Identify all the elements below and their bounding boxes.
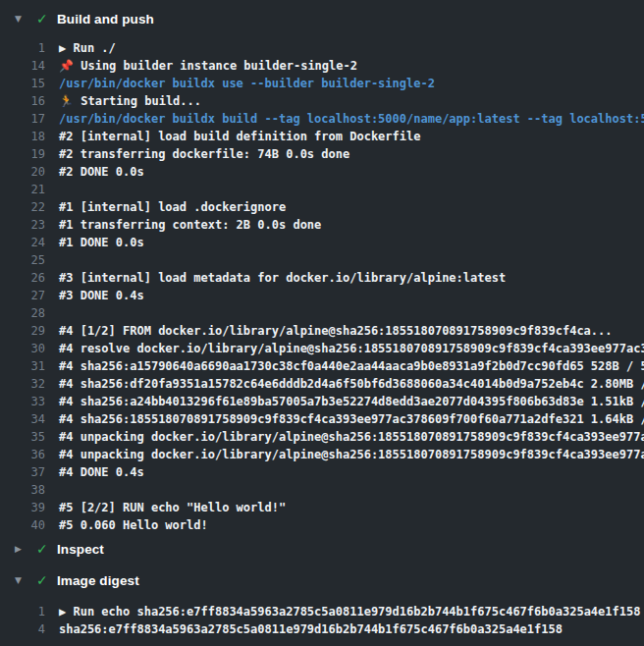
log-text: #4 DONE 0.4s [59, 463, 144, 481]
log-line: 1▶ Run echo sha256:e7ff8834a5963a2785c5a… [0, 603, 644, 620]
log-line: 34#4 sha256:185518070891758909c9f839cf4c… [0, 410, 644, 428]
line-number[interactable]: 19 [0, 145, 45, 163]
log-lines-image-digest: 1▶ Run echo sha256:e7ff8834a5963a2785c5a… [0, 603, 644, 638]
line-number[interactable]: 26 [0, 269, 45, 287]
pushpin-icon: 📌 [59, 59, 80, 73]
log-text: #4 sha256:df20fa9351a15782c64e6dddb2d4a6… [59, 375, 644, 393]
line-number[interactable]: 1 [0, 603, 45, 620]
log-text: #4 unpacking docker.io/library/alpine@sh… [59, 428, 644, 446]
section-build-and-push: ▼ ✓ Build and push 1▶ Run ./14📌 Using bu… [0, 6, 644, 534]
line-number[interactable]: 14 [0, 57, 45, 75]
log-line: 24#1 DONE 0.0s [0, 234, 644, 251]
log-line: 36#4 unpacking docker.io/library/alpine@… [0, 446, 644, 463]
line-number[interactable]: 1 [0, 39, 45, 57]
log-text: 📌 Using builder instance builder-single-… [59, 57, 357, 75]
log-text: /usr/bin/docker buildx build --tag local… [59, 110, 644, 128]
section-title: Inspect [57, 542, 104, 557]
section-inspect: ▶ ✓ Inspect [0, 536, 644, 562]
line-number[interactable]: 30 [0, 340, 45, 357]
section-header-inspect[interactable]: ▶ ✓ Inspect [0, 536, 644, 562]
log-text: #4 unpacking docker.io/library/alpine@sh… [59, 446, 644, 463]
log-lines-build-and-push: 1▶ Run ./14📌 Using builder instance buil… [0, 39, 644, 534]
log-line: 28 [0, 304, 644, 322]
log-line: 14📌 Using builder instance builder-singl… [0, 57, 644, 75]
log-text: #4 resolve docker.io/library/alpine@sha2… [59, 340, 644, 357]
line-number[interactable]: 39 [0, 499, 45, 516]
log-text: #2 DONE 0.0s [59, 163, 144, 181]
log-text: ▶ Run ./ [59, 39, 116, 57]
log-line: 39#5 [2/2] RUN echo "Hello world!" [0, 499, 644, 516]
success-check-icon: ✓ [36, 6, 57, 31]
log-line: 1▶ Run ./ [0, 39, 644, 57]
line-number[interactable]: 37 [0, 463, 45, 481]
line-number[interactable]: 17 [0, 110, 45, 128]
log-line: 17/usr/bin/docker buildx build --tag loc… [0, 110, 644, 128]
line-number[interactable]: 35 [0, 428, 45, 446]
line-number[interactable]: 25 [0, 251, 45, 269]
line-number[interactable]: 24 [0, 234, 45, 251]
log-line: 29#4 [1/2] FROM docker.io/library/alpine… [0, 322, 644, 340]
log-text: #2 [internal] load build definition from… [59, 128, 420, 145]
log-line: 20#2 DONE 0.0s [0, 163, 644, 181]
section-title: Image digest [57, 573, 139, 588]
log-line: 15/usr/bin/docker buildx use --builder b… [0, 75, 644, 92]
section-header-image-digest[interactable]: ▼ ✓ Image digest [0, 567, 644, 593]
log-text: #1 DONE 0.0s [59, 234, 144, 251]
line-number[interactable]: 31 [0, 357, 45, 375]
runner-icon: 🏃 [59, 94, 80, 108]
run-expand-icon[interactable]: ▶ [59, 41, 73, 55]
line-number[interactable]: 33 [0, 393, 45, 410]
line-number[interactable]: 20 [0, 163, 45, 181]
log-text: ▶ Run echo sha256:e7ff8834a5963a2785c5a0… [59, 603, 640, 620]
log-text: #1 transferring context: 2B 0.0s done [59, 216, 321, 234]
line-number[interactable]: 15 [0, 75, 45, 92]
line-number[interactable]: 40 [0, 516, 45, 534]
line-number[interactable]: 36 [0, 446, 45, 463]
line-number[interactable]: 16 [0, 92, 45, 110]
section-header-build-and-push[interactable]: ▼ ✓ Build and push [0, 6, 644, 31]
line-number[interactable]: 23 [0, 216, 45, 234]
log-text: 🏃 Starting build... [59, 92, 201, 110]
log-line: 25 [0, 251, 644, 269]
line-number[interactable]: 38 [0, 481, 45, 499]
log-line: 4sha256:e7ff8834a5963a2785c5a0811e979d16… [0, 620, 644, 638]
log-line: 21 [0, 181, 644, 198]
log-text: sha256:e7ff8834a5963a2785c5a0811e979d16b… [59, 620, 563, 638]
line-number[interactable]: 18 [0, 128, 45, 145]
log-text: #5 0.060 Hello world! [59, 516, 208, 534]
line-number[interactable]: 21 [0, 181, 45, 198]
line-number[interactable]: 32 [0, 375, 45, 393]
line-number[interactable]: 29 [0, 322, 45, 340]
log-text: /usr/bin/docker buildx use --builder bui… [59, 75, 435, 92]
chevron-down-icon[interactable]: ▼ [0, 6, 36, 31]
log-line: 31#4 sha256:a15790640a6690aa1730c38cf0a4… [0, 357, 644, 375]
log-line: 22#1 [internal] load .dockerignore [0, 198, 644, 216]
success-check-icon: ✓ [36, 536, 57, 562]
log-text: #5 [2/2] RUN echo "Hello world!" [59, 499, 286, 516]
log-text: #4 sha256:a24bb4013296f61e89ba57005a7b3e… [59, 393, 644, 410]
log-line: 32#4 sha256:df20fa9351a15782c64e6dddb2d4… [0, 375, 644, 393]
chevron-down-icon[interactable]: ▼ [0, 567, 36, 593]
log-text: #1 [internal] load .dockerignore [59, 198, 286, 216]
log-line: 35#4 unpacking docker.io/library/alpine@… [0, 428, 644, 446]
line-number[interactable]: 34 [0, 410, 45, 428]
log-text: #4 [1/2] FROM docker.io/library/alpine@s… [59, 322, 613, 340]
line-number[interactable]: 22 [0, 198, 45, 216]
section-title: Build and push [57, 12, 154, 27]
log-line: 33#4 sha256:a24bb4013296f61e89ba57005a7b… [0, 393, 644, 410]
log-line: 19#2 transferring dockerfile: 74B 0.0s d… [0, 145, 644, 163]
log-text: #3 DONE 0.4s [59, 287, 144, 304]
run-expand-icon[interactable]: ▶ [59, 605, 73, 619]
log-text: #4 sha256:a15790640a6690aa1730c38cf0a440… [59, 357, 644, 375]
log-text: #3 [internal] load metadata for docker.i… [59, 269, 506, 287]
log-text: #4 sha256:185518070891758909c9f839cf4ca3… [59, 410, 644, 428]
log-line: 40#5 0.060 Hello world! [0, 516, 644, 534]
line-number[interactable]: 4 [0, 620, 45, 638]
log-line: 37#4 DONE 0.4s [0, 463, 644, 481]
chevron-right-icon[interactable]: ▶ [0, 536, 36, 562]
line-number[interactable]: 28 [0, 304, 45, 322]
workflow-log-viewer: ▼ ✓ Build and push 1▶ Run ./14📌 Using bu… [0, 0, 644, 646]
log-line: 38 [0, 481, 644, 499]
line-number[interactable]: 27 [0, 287, 45, 304]
section-image-digest: ▼ ✓ Image digest 1▶ Run echo sha256:e7ff… [0, 567, 644, 638]
